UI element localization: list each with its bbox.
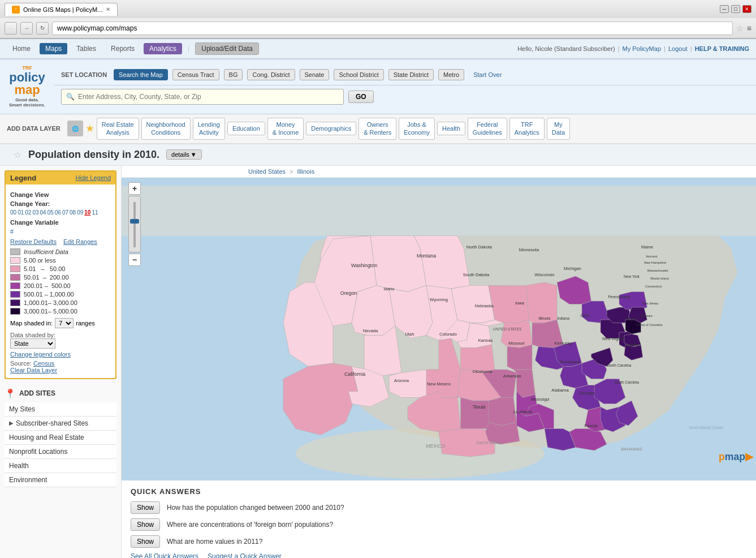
add-data-label: ADD DATA LAYER: [7, 125, 61, 132]
search-input[interactable]: [78, 93, 339, 101]
zoom-slider[interactable]: [128, 196, 141, 252]
refresh-btn[interactable]: ↻: [36, 22, 49, 35]
year-02[interactable]: 02: [25, 209, 31, 216]
address-bar[interactable]: www.policymap.com/maps: [52, 22, 733, 35]
upload-nav-item[interactable]: Upload/Edit Data: [195, 42, 259, 55]
breadcrumb-us-link[interactable]: United States: [248, 168, 286, 175]
school-district-btn[interactable]: School District: [334, 69, 383, 80]
help-link[interactable]: HELP & TRAINING: [695, 45, 749, 52]
legend-links: Restore Defaults Edit Ranges: [10, 238, 111, 245]
data-nav-health[interactable]: Health: [437, 122, 465, 135]
map-title-star-icon[interactable]: ☆: [14, 149, 21, 160]
year-08[interactable]: 08: [70, 209, 76, 216]
data-nav-demographics[interactable]: Demographics: [306, 122, 356, 135]
forward-btn[interactable]: →: [20, 22, 33, 35]
year-00[interactable]: 00: [10, 209, 16, 216]
logout-link[interactable]: Logout: [668, 45, 688, 52]
data-nav-trf[interactable]: TRFAnalytics: [509, 118, 545, 140]
change-variable-title: Change Variable: [10, 219, 111, 226]
subscriber-sites-item[interactable]: ▶ Subscriber-shared Sites: [5, 417, 116, 431]
year-01[interactable]: 01: [18, 209, 24, 216]
go-button[interactable]: GO: [348, 91, 374, 103]
tab-close-btn[interactable]: ✕: [106, 6, 110, 12]
start-over-btn[interactable]: Start Over: [473, 71, 502, 78]
data-shaded-label: Data shaded by:: [10, 332, 55, 338]
qa-show-btn-1[interactable]: Show: [131, 518, 160, 531]
restore-defaults-link[interactable]: Restore Defaults: [10, 238, 57, 245]
favorite-star-icon[interactable]: ★: [85, 122, 94, 135]
bookmark-icon[interactable]: ☆: [736, 24, 744, 33]
clear-data-layer-link[interactable]: Clear Data Layer: [10, 367, 57, 374]
analytics-nav-item[interactable]: Analytics: [144, 43, 182, 54]
data-nav-lending[interactable]: LendingActivity: [193, 118, 225, 140]
year-04[interactable]: 04: [40, 209, 46, 216]
year-07[interactable]: 07: [62, 209, 68, 216]
change-legend-colors-link[interactable]: Change legend colors: [10, 351, 111, 358]
reports-nav-item[interactable]: Reports: [105, 43, 140, 54]
label-tennessee: Tennessee: [559, 359, 580, 364]
label-mississippi: Mississippi: [531, 397, 549, 402]
us-map-svg[interactable]: Washington Montana North Dakota Minnesot…: [122, 178, 756, 480]
cong-district-btn[interactable]: Cong. District: [247, 69, 295, 80]
data-nav-jobs[interactable]: Jobs &Economy: [399, 118, 435, 140]
metro-btn[interactable]: Metro: [438, 69, 464, 80]
data-nav-neighborhood[interactable]: NeighborhoodConditions: [141, 118, 191, 140]
zoom-out-btn[interactable]: −: [128, 254, 141, 266]
hide-legend-btn[interactable]: Hide Legend: [76, 174, 111, 181]
source-census-link[interactable]: Census: [33, 360, 54, 367]
map-container[interactable]: + −: [122, 178, 756, 480]
edit-ranges-link[interactable]: Edit Ranges: [63, 238, 97, 245]
zoom-in-btn[interactable]: +: [128, 182, 141, 195]
browser-menu-btn[interactable]: ≡: [747, 24, 751, 33]
year-09[interactable]: 09: [77, 209, 83, 216]
housing-item[interactable]: Housing and Real Estate: [5, 431, 116, 445]
data-nav-mydata[interactable]: MyData: [547, 118, 570, 140]
see-all-qa-link[interactable]: See All Quick Answers: [131, 552, 198, 558]
senate-btn[interactable]: Senate: [300, 69, 330, 80]
data-nav-federal[interactable]: FederalGuidelines: [468, 118, 507, 140]
map-shaded-select[interactable]: 7: [55, 318, 74, 328]
year-05[interactable]: 05: [47, 209, 54, 216]
year-11[interactable]: 11: [92, 209, 98, 216]
my-sites-item[interactable]: My Sites: [5, 402, 116, 417]
breadcrumb-illinois-link[interactable]: Illinois: [297, 168, 315, 175]
data-nav-education[interactable]: Education: [227, 122, 265, 135]
state-arkansas[interactable]: [489, 397, 517, 426]
health-item[interactable]: Health: [5, 459, 116, 473]
year-06[interactable]: 06: [55, 209, 61, 216]
bg-btn[interactable]: BG: [224, 69, 243, 80]
qa-item-0: Show How has the population changed betw…: [131, 501, 747, 514]
census-tract-btn[interactable]: Census Tract: [172, 69, 219, 80]
nonprofit-item[interactable]: Nonprofit Locations: [5, 445, 116, 459]
maximize-btn[interactable]: □: [731, 5, 740, 13]
year-10[interactable]: 10: [84, 209, 90, 216]
maps-nav-item[interactable]: Maps: [40, 43, 67, 54]
add-sites-section: 📍 ADD SITES My Sites ▶ Subscriber-shared…: [0, 384, 121, 492]
qa-show-btn-0[interactable]: Show: [131, 501, 160, 514]
data-nav-owners[interactable]: Owners& Renters: [358, 118, 396, 140]
qa-show-btn-2[interactable]: Show: [131, 535, 160, 548]
search-row: SET LOCATION Search the Map Census Tract…: [54, 65, 756, 85]
close-btn[interactable]: ✕: [742, 5, 751, 13]
data-nav-real-estate[interactable]: Real EstateAnalysis: [97, 118, 139, 140]
state-district-btn[interactable]: State District: [388, 69, 434, 80]
state-illinois-region[interactable]: [507, 345, 532, 370]
data-nav-money[interactable]: Money& Income: [267, 118, 304, 140]
tab-favicon: !: [12, 6, 20, 14]
label-northdakota: North Dakota: [466, 244, 493, 249]
environment-item[interactable]: Environment: [5, 473, 116, 487]
qa-question-2: What are home values in 2011?: [167, 538, 262, 546]
tables-nav-item[interactable]: Tables: [71, 43, 102, 54]
search-input-wrap[interactable]: 🔍: [61, 89, 344, 105]
minimize-btn[interactable]: ─: [720, 5, 729, 13]
search-the-map-btn[interactable]: Search the Map: [114, 69, 168, 80]
year-03[interactable]: 03: [32, 209, 38, 216]
suggest-qa-link[interactable]: Suggest a Quick Answer: [208, 552, 282, 558]
back-btn[interactable]: ←: [5, 22, 17, 35]
data-shaded-select[interactable]: State: [10, 338, 55, 349]
change-variable-section: Change Variable #: [10, 219, 111, 235]
my-policymap-link[interactable]: My PolicyMap: [623, 45, 661, 52]
browser-tab[interactable]: ! Online GIS Maps | PolicyM... ✕: [5, 3, 118, 16]
details-btn[interactable]: details ▼: [166, 149, 202, 160]
home-nav-item[interactable]: Home: [7, 43, 36, 54]
